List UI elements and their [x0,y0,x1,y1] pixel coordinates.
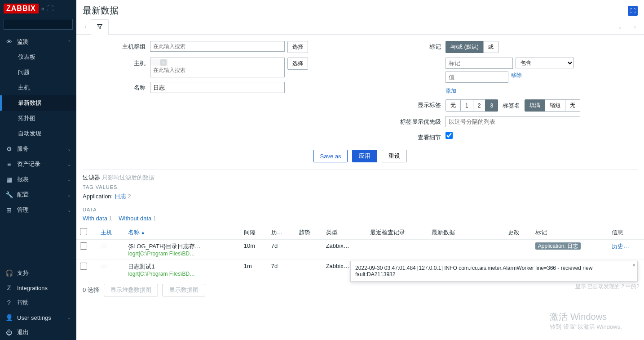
tag-add-link[interactable]: 添加 [446,87,456,95]
tag-priority-input[interactable] [446,116,580,127]
filter-expand[interactable]: ⌄ [613,21,627,33]
history-link[interactable]: 历史… [612,243,629,250]
item-key: logrt[C:\Program Files\BD… [128,271,236,277]
name-input[interactable] [150,82,285,93]
host-group-input[interactable] [151,42,283,50]
kiosk-button[interactable]: ⛶ [628,6,638,16]
showtags-2[interactable]: 2 [473,99,486,112]
sidebar-item-5[interactable]: 自动发现 [0,126,76,141]
tabs-next[interactable]: › [630,21,640,33]
search-box[interactable]: 🔍 [4,19,73,30]
eye-icon: 👁 [5,38,13,45]
col-4: 趋势 [295,225,322,240]
chevron-up-icon: ⌃ [67,40,71,45]
tooltip-text: 2022-09-30 03:47:01.484 [127.0.0.1] INFO… [355,265,592,277]
withoutdata-link[interactable]: Without data [119,215,151,222]
host-group-select-btn[interactable]: 选择 [287,41,308,53]
logo[interactable]: ZABBIX [4,4,39,13]
label-tag-name: 标签名 [503,102,520,110]
sidebar: ZABBIX « ⛶ 🔍 👁 监测 ⌃ 仪表板问题主机最新数据拓扑图自动发现 ⚙… [0,0,76,340]
sf-app-count: 2 [128,193,131,200]
tagvalues-heading: TAG VALUES [83,184,638,190]
nav-footer-0[interactable]: 🎧支持 [0,265,76,281]
discovered-note: 显示 已自动发现的 2 中的2 [575,283,640,291]
host-input[interactable] [151,66,283,74]
nav-section-1[interactable]: ≡资产记录⌄ [0,157,76,172]
tagname-0[interactable]: 填满 [525,99,545,112]
reset-button[interactable]: 重设 [382,150,407,162]
item-key: logrt[C:\Program Files\BD… [128,251,236,257]
tag-value-input[interactable] [446,72,508,83]
tagname-1[interactable]: 缩短 [545,99,565,112]
select-all[interactable] [80,228,87,235]
col-1[interactable]: 名称 ▴ [124,225,240,240]
host-multiselect[interactable]: —× [150,58,285,77]
host-tag[interactable]: —× [151,59,168,66]
tag-name-seg: 填满缩短无 [525,99,580,112]
col-2: 间隔 [240,225,268,240]
nav-footer-3[interactable]: 👤User settings⌄ [0,310,76,325]
tooltip-close[interactable]: × [632,262,635,268]
col-0[interactable]: 主机 [97,225,124,240]
nav-section-4[interactable]: ⊞管理⌄ [0,202,76,218]
nav-footer-4[interactable]: ⏻退出 [0,325,76,340]
col-3: 历… [268,225,295,240]
row-checkbox[interactable] [80,263,87,270]
tag-andor-and[interactable]: 与/或 (默认) [446,41,484,53]
tabs-prev[interactable]: ‹ [80,21,91,33]
nav-section-2[interactable]: ▦报表⌄ [0,172,76,187]
host-select-btn[interactable]: 选择 [287,58,308,70]
tag-name-input[interactable] [446,58,513,69]
label-tag: 标记 [378,41,446,51]
graph-button[interactable]: 显示数据图 [163,284,205,296]
nav-monitoring[interactable]: 👁 监测 ⌃ [0,34,76,49]
host-group-multiselect[interactable] [150,41,285,52]
nav-section-3[interactable]: 🔧配置⌄ [0,187,76,202]
row-checkbox[interactable] [80,242,87,250]
host-cell[interactable]: — [101,242,106,249]
table-row: —{$LOG_PATH}目录日志存…logrt[C:\Program Files… [76,240,644,260]
tag-andor-seg: 与/或 (默认) 或 [446,41,498,53]
search-input[interactable] [7,21,83,28]
item-name[interactable]: 日志测试1 [128,263,236,271]
sidebar-item-4[interactable]: 拓扑图 [0,111,76,126]
filter-tab-active[interactable] [91,19,109,35]
tag-op-select[interactable]: 包含 [516,58,574,68]
nav-section-0[interactable]: ⚙服务⌄ [0,141,76,157]
tagname-2[interactable]: 无 [565,99,580,112]
sidebar-item-3[interactable]: 最新数据 [0,95,76,111]
withdata-link[interactable]: With data [83,215,107,222]
stacked-graph-button[interactable]: 显示堆叠数据图 [104,284,158,296]
withdata-count: 1 [109,215,112,222]
subfilter-note: 只影响过滤后的数据 [102,174,154,181]
tag-remove-link[interactable]: 移除 [511,72,522,79]
host-cell[interactable]: — [101,263,106,269]
save-as-button[interactable]: Save as [313,150,348,162]
details-checkbox[interactable] [446,132,453,139]
showtags-1[interactable]: 1 [460,99,473,112]
sf-app-label: Application: [83,193,113,200]
sidebar-item-0[interactable]: 仪表板 [0,49,76,65]
sidebar-item-1[interactable]: 问题 [0,65,76,80]
showtags-3[interactable]: 3 [485,99,498,112]
col-8: 更改 [504,225,532,240]
apply-button[interactable]: 应用 [352,150,377,162]
col-7: 最新数据 [428,225,504,240]
remove-host-icon[interactable]: × [160,59,167,66]
label-host-group: 主机群组 [83,41,150,51]
nav-footer-2[interactable]: ?帮助 [0,295,76,310]
tag-chip[interactable]: Application: 日志 [535,242,581,250]
sidebar-item-2[interactable]: 主机 [0,80,76,95]
tag-andor-or[interactable]: 或 [483,41,498,53]
col-5: 类型 [322,225,367,240]
sidebar-collapse[interactable]: « [41,5,45,12]
main: 最新数据 ⛶ ‹ ⌄ › 主机群组 [76,0,644,340]
item-name[interactable]: {$LOG_PATH}目录日志存… [128,242,236,251]
page-title: 最新数据 [83,4,119,17]
sf-app-value[interactable]: 日志 [115,193,126,200]
nav-footer-1[interactable]: ZIntegrations [0,281,76,295]
showtags-0[interactable]: 无 [446,99,461,112]
show-tags-seg: 无123 [446,99,498,112]
sidebar-hide[interactable]: ⛶ [47,5,53,12]
label-details: 查看细节 [378,132,446,142]
